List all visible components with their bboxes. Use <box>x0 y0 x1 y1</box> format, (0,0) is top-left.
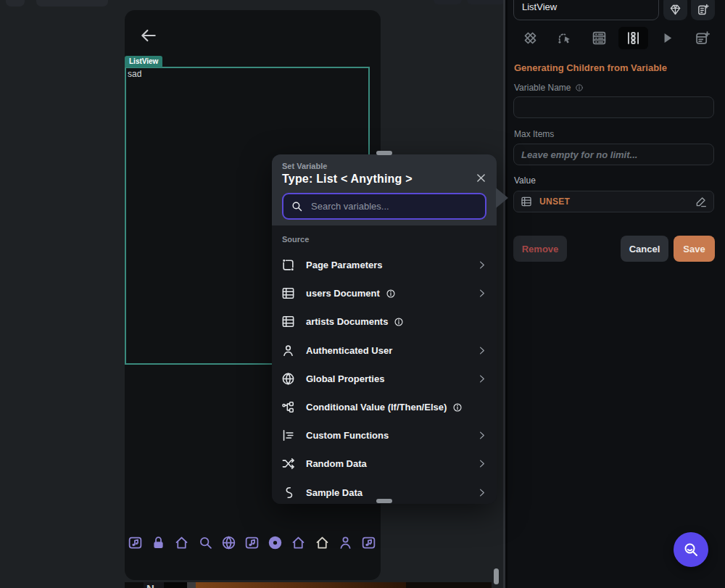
crop-icon <box>281 258 295 272</box>
music-box-icon[interactable] <box>244 535 260 550</box>
chevron-right-icon <box>476 373 487 384</box>
variable-name-input[interactable] <box>513 96 714 118</box>
modal-callout-arrow <box>496 188 508 208</box>
modal-bottom-drag-handle[interactable] <box>376 499 392 503</box>
source-item-label: users Document <box>306 288 380 299</box>
modal-body: Source Page Parametersusers Documentarti… <box>272 225 497 504</box>
source-item-global-properties[interactable]: Global Properties <box>272 365 497 393</box>
properties-panel: Generating Children from Variable Variab… <box>508 0 725 588</box>
info-icon[interactable] <box>575 83 584 92</box>
music-box-icon[interactable] <box>361 535 376 550</box>
source-item-label: Random Data <box>306 458 367 469</box>
branch-icon <box>281 400 295 414</box>
max-items-label-text: Max Items <box>514 129 554 139</box>
info-icon[interactable] <box>394 317 404 327</box>
source-item-label: Sample Data <box>306 487 362 498</box>
album-art-strip <box>187 582 196 588</box>
album-art-strip <box>164 582 187 588</box>
theme-gem-button[interactable] <box>663 0 687 20</box>
table-icon <box>521 196 532 207</box>
source-item-label: Page Parameters <box>306 260 383 270</box>
source-item-random-data[interactable]: Random Data <box>272 450 497 478</box>
home-icon[interactable] <box>315 535 330 550</box>
source-item-authenticated-user[interactable]: Authenticated User <box>272 336 497 365</box>
modal-header: Set Variable Type: List < Anything > <box>272 154 497 225</box>
chevron-right-icon <box>476 288 487 299</box>
max-items-input[interactable] <box>513 144 714 165</box>
chevron-right-icon <box>476 345 487 356</box>
toolbar-cut-button-1[interactable] <box>6 0 25 7</box>
info-icon[interactable] <box>386 289 396 299</box>
play-icon <box>660 30 675 46</box>
panel-tab-design-tools[interactable] <box>513 26 547 49</box>
toolbar-cut-button-2[interactable] <box>36 0 108 7</box>
search-variables-input[interactable] <box>310 200 478 212</box>
widget-type-badge[interactable]: ListView <box>125 56 162 67</box>
disc-icon[interactable] <box>268 535 283 550</box>
remove-button[interactable]: Remove <box>513 236 567 262</box>
source-item-page-parameters[interactable]: Page Parameters <box>272 251 497 279</box>
source-item-label: Conditional Value (If/Then/Else) <box>306 402 447 413</box>
home-icon[interactable] <box>174 535 189 550</box>
close-icon[interactable] <box>475 172 487 184</box>
chevron-right-icon <box>476 487 487 498</box>
modal-top-drag-handle[interactable] <box>376 151 392 155</box>
album-art-strip <box>125 582 144 588</box>
toolbar-cut-button-3[interactable] <box>434 0 462 4</box>
max-items-label: Max Items <box>514 129 554 139</box>
music-box-icon[interactable] <box>128 535 143 550</box>
search-smile-icon <box>682 541 700 558</box>
variable-source-list: Page Parametersusers Documentartists Doc… <box>272 251 497 504</box>
variable-search-box <box>282 193 486 220</box>
section-heading: Generating Children from Variable <box>514 62 667 73</box>
home-icon[interactable] <box>291 535 306 550</box>
value-label-text: Value <box>514 175 536 186</box>
backend-query-icon <box>592 30 607 46</box>
variable-name-label: Variable Name <box>514 83 584 93</box>
chevron-right-icon <box>476 430 487 441</box>
modal-title: Type: List < Anything > <box>282 173 486 186</box>
listview-item-text[interactable]: sad <box>128 69 141 79</box>
variable-name-label-text: Variable Name <box>514 83 571 93</box>
bottom-nav-bar <box>128 535 376 550</box>
lock-icon[interactable] <box>151 535 166 550</box>
function-icon <box>281 428 295 442</box>
back-arrow-icon[interactable] <box>139 26 158 45</box>
source-item-label: artists Documents <box>306 316 388 327</box>
canvas-scrollbar[interactable] <box>494 568 499 584</box>
panel-tab-backend-query[interactable] <box>582 26 616 49</box>
source-item-conditional-value-if-then-else[interactable]: Conditional Value (If/Then/Else) <box>272 393 497 421</box>
album-art-strip <box>406 582 492 588</box>
cancel-button[interactable]: Cancel <box>621 236 668 262</box>
widget-name-input[interactable] <box>513 0 659 20</box>
save-button[interactable]: Save <box>674 236 715 262</box>
search-fab-button[interactable] <box>674 532 708 567</box>
table-icon <box>281 315 295 328</box>
search-icon[interactable] <box>198 535 213 550</box>
generate-children-icon <box>626 30 641 46</box>
clipboard-plus-icon <box>697 4 709 16</box>
design-tools-icon <box>523 30 538 46</box>
value-field[interactable]: UNSET <box>513 191 714 212</box>
app-root: ListView sad N Generating Children from … <box>0 0 725 588</box>
copy-settings-button[interactable] <box>691 0 715 20</box>
toolbar-cut-button-4[interactable] <box>467 0 505 4</box>
source-item-custom-functions[interactable]: Custom Functions <box>272 421 497 450</box>
wave-icon <box>281 486 295 500</box>
pencil-icon[interactable] <box>695 196 707 207</box>
person-icon[interactable] <box>338 535 353 550</box>
gem-icon <box>669 4 682 16</box>
globe-icon[interactable] <box>221 535 236 550</box>
value-unset-badge: UNSET <box>539 196 570 207</box>
source-item-users-document[interactable]: users Document <box>272 279 497 307</box>
modal-eyebrow: Set Variable <box>282 162 486 170</box>
source-item-artists-documents[interactable]: artists Documents <box>272 307 497 336</box>
panel-tab-doc-plus[interactable] <box>685 26 719 49</box>
panel-tab-actions-cursor[interactable] <box>547 26 581 49</box>
info-icon[interactable] <box>452 402 463 413</box>
shuffle-icon <box>281 457 295 471</box>
panel-tab-play[interactable] <box>650 26 684 49</box>
search-icon <box>291 200 303 212</box>
album-art-strip <box>196 582 406 588</box>
panel-tab-generate-children[interactable] <box>616 26 650 49</box>
